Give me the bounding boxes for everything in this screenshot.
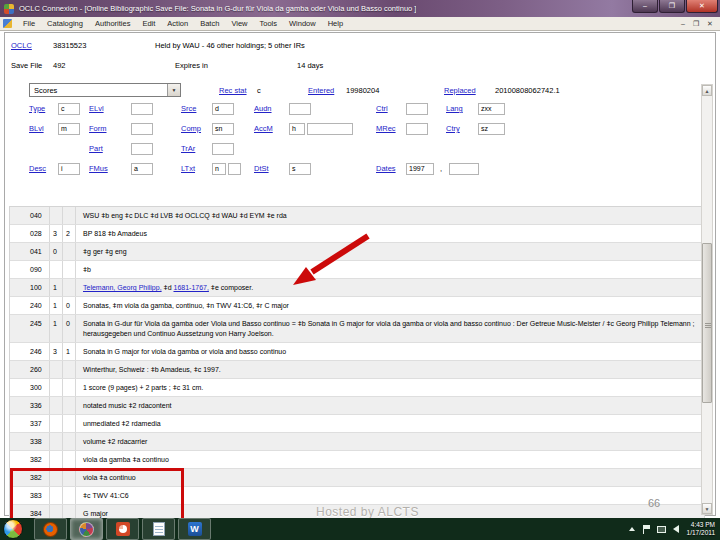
ff-label-dates[interactable]: Dates: [376, 164, 396, 173]
marc-ind1[interactable]: [50, 415, 63, 432]
marc-content[interactable]: Telemann, Georg Philipp, ǂd 1681-1767, ǂ…: [76, 279, 705, 296]
ff-value-trar[interactable]: [212, 143, 234, 155]
marc-ind1[interactable]: 1: [50, 315, 63, 342]
marc-ind2[interactable]: 0: [63, 297, 76, 314]
marc-content[interactable]: WSU ǂb eng ǂc DLC ǂd LVB ǂd OCLCQ ǂd WAU…: [76, 207, 705, 224]
ff-label-blvl[interactable]: BLvl: [29, 124, 44, 133]
marc-ind2[interactable]: 0: [63, 315, 76, 342]
ff-value-ctry[interactable]: sz: [478, 123, 505, 135]
ff-label-srce[interactable]: Srce: [181, 104, 196, 113]
tray-clock[interactable]: 4:43 PM 1/17/2011: [687, 521, 718, 537]
marc-ind2[interactable]: 2: [63, 225, 76, 242]
marc-ind2[interactable]: [63, 415, 76, 432]
marc-tag[interactable]: 100: [10, 279, 50, 296]
marc-tag[interactable]: 246: [10, 343, 50, 360]
ff-value-accm-2[interactable]: [307, 123, 353, 135]
ff-value-desc[interactable]: i: [58, 163, 80, 175]
marc-content[interactable]: ǂb: [76, 261, 705, 278]
ff-value-elvl[interactable]: [131, 103, 153, 115]
ff-label-mrec[interactable]: MRec: [376, 124, 396, 133]
marc-content[interactable]: Winterthur, Schweiz : ǂb Amadeus, ǂc 199…: [76, 361, 705, 378]
ff-value-ctrl[interactable]: [406, 103, 428, 115]
ff-value-audn[interactable]: [289, 103, 311, 115]
marc-content[interactable]: unmediated ǂ2 rdamedia: [76, 415, 705, 432]
close-button[interactable]: ✕: [686, 0, 718, 13]
marc-ind1[interactable]: [50, 379, 63, 396]
format-dropdown[interactable]: Scores ▼: [29, 83, 181, 97]
marc-content[interactable]: ǂg ger ǂg eng: [76, 243, 705, 260]
marc-tag[interactable]: 300: [10, 379, 50, 396]
start-button[interactable]: [3, 519, 23, 539]
mdi-window-controls[interactable]: – ❐ ✕: [681, 17, 716, 31]
marc-content[interactable]: Sonata in G major for viola da gamba or …: [76, 343, 705, 360]
taskbar-word-button[interactable]: W: [178, 518, 211, 540]
taskbar-powerpoint-button[interactable]: [106, 518, 139, 540]
marc-ind2[interactable]: [63, 433, 76, 450]
taskbar-notepad-button[interactable]: [142, 518, 175, 540]
ff-value-fmus[interactable]: a: [131, 163, 153, 175]
marc-content[interactable]: Sonata in G-dur für Viola da gamba oder …: [76, 315, 705, 342]
ff-value-ltxt-2[interactable]: [228, 163, 241, 175]
ff-label-ctrl[interactable]: Ctrl: [376, 104, 388, 113]
marc-tag[interactable]: 240: [10, 297, 50, 314]
authority-link[interactable]: 1681-1767,: [173, 284, 208, 291]
marc-tag[interactable]: 041: [10, 243, 50, 260]
ff-value-part[interactable]: [131, 143, 153, 155]
marc-content[interactable]: BP 818 ǂb Amadeus: [76, 225, 705, 242]
marc-tag[interactable]: 040: [10, 207, 50, 224]
ff-value-lang[interactable]: zxx: [478, 103, 505, 115]
marc-tag[interactable]: 028: [10, 225, 50, 242]
ff-value-blvl[interactable]: m: [58, 123, 80, 135]
marc-ind1[interactable]: [50, 207, 63, 224]
marc-tag[interactable]: 337: [10, 415, 50, 432]
entered-link[interactable]: Entered: [308, 86, 334, 95]
marc-ind1[interactable]: [50, 433, 63, 450]
marc-tag[interactable]: 338: [10, 433, 50, 450]
marc-ind2[interactable]: [63, 451, 76, 468]
menu-action[interactable]: Action: [161, 17, 194, 31]
volume-icon[interactable]: [673, 525, 679, 533]
marc-content[interactable]: Sonatas, ǂm viola da gamba, continuo, ǂn…: [76, 297, 705, 314]
ff-value-mrec[interactable]: [406, 123, 428, 135]
ff-label-ltxt[interactable]: LTxt: [181, 164, 195, 173]
ff-label-audn[interactable]: Audn: [254, 104, 272, 113]
taskbar-connexion-button[interactable]: [70, 518, 103, 540]
marc-ind2[interactable]: [63, 279, 76, 296]
marc-content[interactable]: 1 score (9 pages) + 2 parts ; ǂc 31 cm.: [76, 379, 705, 396]
dropdown-arrow-icon[interactable]: ▼: [167, 84, 180, 96]
ff-value-dtst[interactable]: s: [289, 163, 311, 175]
scrollbar-up-arrow-icon[interactable]: ▲: [702, 85, 712, 96]
ff-label-fmus[interactable]: FMus: [89, 164, 108, 173]
marc-ind1[interactable]: [50, 451, 63, 468]
menu-batch[interactable]: Batch: [194, 17, 225, 31]
marc-ind1[interactable]: 3: [50, 343, 63, 360]
ff-label-accm[interactable]: AccM: [254, 124, 273, 133]
marc-ind1[interactable]: [50, 261, 63, 278]
marc-ind1[interactable]: 3: [50, 225, 63, 242]
action-center-flag-icon[interactable]: [643, 525, 650, 534]
marc-content[interactable]: notated music ǂ2 rdacontent: [76, 397, 705, 414]
ff-value-srce[interactable]: d: [212, 103, 234, 115]
ff-label-ctry[interactable]: Ctry: [446, 124, 460, 133]
ff-label-desc[interactable]: Desc: [29, 164, 46, 173]
network-icon[interactable]: [657, 526, 666, 533]
taskbar-firefox-button[interactable]: [34, 518, 67, 540]
ff-label-type[interactable]: Type: [29, 104, 45, 113]
marc-ind2[interactable]: [63, 379, 76, 396]
ff-value-type[interactable]: c: [58, 103, 80, 115]
marc-ind2[interactable]: [63, 243, 76, 260]
replaced-link[interactable]: Replaced: [444, 86, 476, 95]
marc-tag[interactable]: 090: [10, 261, 50, 278]
ff-value-dates-2[interactable]: [449, 163, 479, 175]
marc-ind2[interactable]: 1: [63, 343, 76, 360]
ff-label-comp[interactable]: Comp: [181, 124, 201, 133]
menu-tools[interactable]: Tools: [254, 17, 284, 31]
ff-value-accm[interactable]: h: [289, 123, 305, 135]
menu-file[interactable]: File: [17, 17, 41, 31]
ff-value-form[interactable]: [131, 123, 153, 135]
marc-ind2[interactable]: [63, 207, 76, 224]
scrollbar-down-arrow-icon[interactable]: ▼: [702, 503, 712, 514]
marc-ind2[interactable]: [63, 361, 76, 378]
marc-tag[interactable]: 336: [10, 397, 50, 414]
menu-authorities[interactable]: Authorities: [89, 17, 136, 31]
